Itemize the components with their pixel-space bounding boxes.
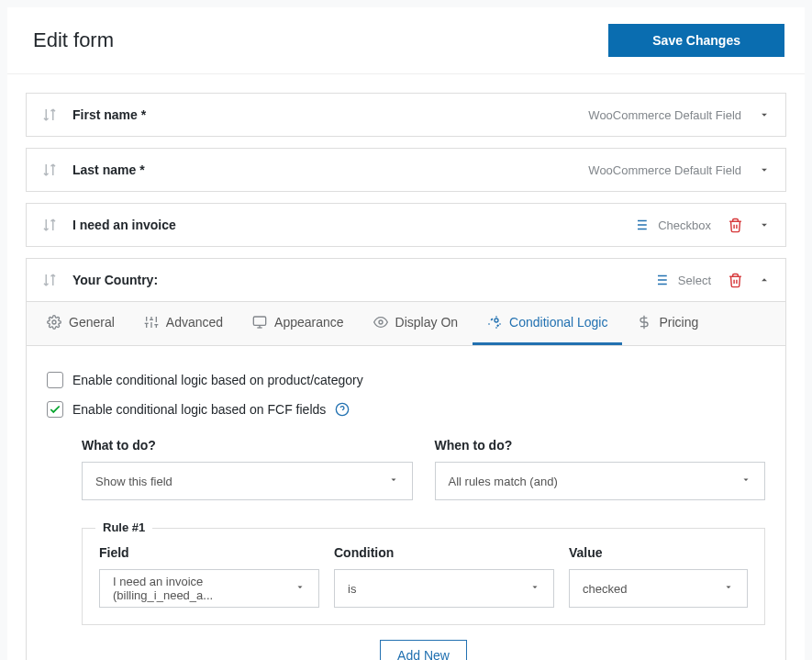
drag-handle-icon[interactable] bbox=[41, 272, 58, 288]
fcf-logic-section: What to do? Show this field When to do? … bbox=[47, 423, 765, 660]
field-header[interactable]: Your Country: Select bbox=[27, 259, 785, 301]
tab-label: General bbox=[69, 315, 115, 330]
what-to-do-label: What to do? bbox=[82, 438, 413, 453]
dollar-icon bbox=[637, 315, 651, 330]
select-value: I need an invoice (billing_i_need_a... bbox=[113, 575, 285, 602]
add-new-button[interactable]: Add New bbox=[380, 640, 467, 660]
rule-field-select[interactable]: I need an invoice (billing_i_need_a... bbox=[99, 569, 319, 608]
tab-label: Advanced bbox=[166, 315, 223, 330]
list-icon bbox=[632, 217, 649, 233]
trash-icon[interactable] bbox=[728, 218, 743, 233]
tab-label: Conditional Logic bbox=[509, 315, 607, 330]
checkbox-label: Enable conditional logic based on produc… bbox=[72, 373, 363, 387]
field-label: I need an invoice bbox=[72, 218, 632, 232]
field-label: Your Country: bbox=[72, 273, 652, 287]
checkbox-unchecked[interactable] bbox=[47, 372, 63, 388]
eye-icon bbox=[373, 315, 388, 330]
rule-title: Rule #1 bbox=[95, 520, 152, 534]
list-icon bbox=[652, 272, 669, 288]
tab-label: Display On bbox=[395, 315, 458, 330]
trash-icon[interactable] bbox=[728, 273, 743, 288]
field-header[interactable]: Last name * WooCommerce Default Field bbox=[27, 149, 785, 191]
chevron-down-icon bbox=[295, 582, 306, 596]
edit-form-panel: Edit form Save Changes First name * WooC… bbox=[7, 7, 805, 660]
checkbox-checked[interactable] bbox=[47, 401, 63, 418]
enable-product-checkbox-row[interactable]: Enable conditional logic based on produc… bbox=[47, 364, 765, 394]
rule-condition-select[interactable]: is bbox=[334, 569, 554, 608]
chevron-down-icon[interactable] bbox=[758, 108, 771, 121]
fields-list: First name * WooCommerce Default Field L… bbox=[7, 74, 805, 660]
tab-display-on[interactable]: Display On bbox=[359, 302, 473, 345]
help-icon[interactable] bbox=[335, 402, 350, 417]
rule-condition-label: Condition bbox=[334, 545, 554, 560]
field-body: General Advanced Appearance Display On bbox=[27, 301, 785, 660]
what-to-do-select[interactable]: Show this field bbox=[82, 462, 413, 500]
field-label: Last name * bbox=[72, 162, 588, 177]
when-to-do-select[interactable]: All rules match (and) bbox=[435, 462, 766, 500]
tab-conditional-logic[interactable]: Conditional Logic bbox=[473, 302, 622, 345]
tab-label: Appearance bbox=[274, 315, 344, 330]
field-row: I need an invoice Checkbox bbox=[26, 203, 786, 247]
select-value: Show this field bbox=[95, 475, 172, 488]
when-to-do-label: When to do? bbox=[435, 438, 766, 453]
svg-point-25 bbox=[379, 320, 383, 324]
tab-label: Pricing bbox=[659, 315, 698, 330]
field-type-text: Checkbox bbox=[658, 218, 711, 232]
rule-value-label: Value bbox=[569, 545, 748, 560]
select-value: All rules match (and) bbox=[449, 475, 558, 488]
drag-handle-icon[interactable] bbox=[41, 217, 58, 233]
svg-point-26 bbox=[495, 319, 498, 322]
save-changes-button[interactable]: Save Changes bbox=[608, 24, 784, 57]
chevron-down-icon bbox=[529, 582, 540, 596]
rule-group: Rule #1 Field I need an invoice (billing… bbox=[82, 528, 765, 625]
sliders-icon bbox=[144, 315, 159, 330]
field-label: First name * bbox=[72, 107, 588, 122]
select-value: checked bbox=[583, 582, 627, 596]
checkbox-label: Enable conditional logic based on FCF fi… bbox=[72, 402, 326, 417]
chevron-down-icon[interactable] bbox=[758, 218, 771, 231]
field-type-text: WooCommerce Default Field bbox=[588, 163, 741, 177]
page-title: Edit form bbox=[33, 28, 114, 52]
drag-handle-icon[interactable] bbox=[41, 162, 58, 178]
chevron-up-icon[interactable] bbox=[758, 274, 771, 286]
rule-value-select[interactable]: checked bbox=[569, 569, 748, 608]
tab-content: Enable conditional logic based on produc… bbox=[27, 346, 785, 660]
field-row: Last name * WooCommerce Default Field bbox=[26, 148, 786, 192]
tab-appearance[interactable]: Appearance bbox=[238, 302, 359, 345]
chevron-down-icon bbox=[723, 582, 734, 596]
enable-fcf-checkbox-row[interactable]: Enable conditional logic based on FCF fi… bbox=[47, 394, 765, 423]
gear-icon bbox=[47, 315, 61, 330]
rule-field-label: Field bbox=[99, 545, 319, 560]
svg-point-12 bbox=[52, 320, 56, 324]
field-type-text: Select bbox=[678, 274, 711, 287]
tab-advanced[interactable]: Advanced bbox=[129, 302, 238, 345]
chevron-down-icon bbox=[388, 475, 399, 488]
field-type-text: WooCommerce Default Field bbox=[588, 108, 741, 122]
field-header[interactable]: I need an invoice Checkbox bbox=[27, 204, 785, 246]
panel-header: Edit form Save Changes bbox=[7, 7, 805, 74]
settings-tabs: General Advanced Appearance Display On bbox=[27, 302, 785, 346]
tab-pricing[interactable]: Pricing bbox=[622, 302, 713, 345]
chevron-down-icon[interactable] bbox=[758, 163, 771, 176]
drag-handle-icon[interactable] bbox=[41, 106, 58, 123]
magic-icon bbox=[487, 315, 502, 330]
svg-rect-22 bbox=[253, 317, 265, 325]
field-header[interactable]: First name * WooCommerce Default Field bbox=[27, 94, 785, 136]
monitor-icon bbox=[252, 315, 267, 330]
select-value: is bbox=[348, 582, 356, 596]
tab-general[interactable]: General bbox=[32, 302, 129, 345]
chevron-down-icon bbox=[740, 475, 751, 488]
field-row: Your Country: Select General bbox=[26, 258, 786, 660]
field-row: First name * WooCommerce Default Field bbox=[26, 93, 786, 137]
